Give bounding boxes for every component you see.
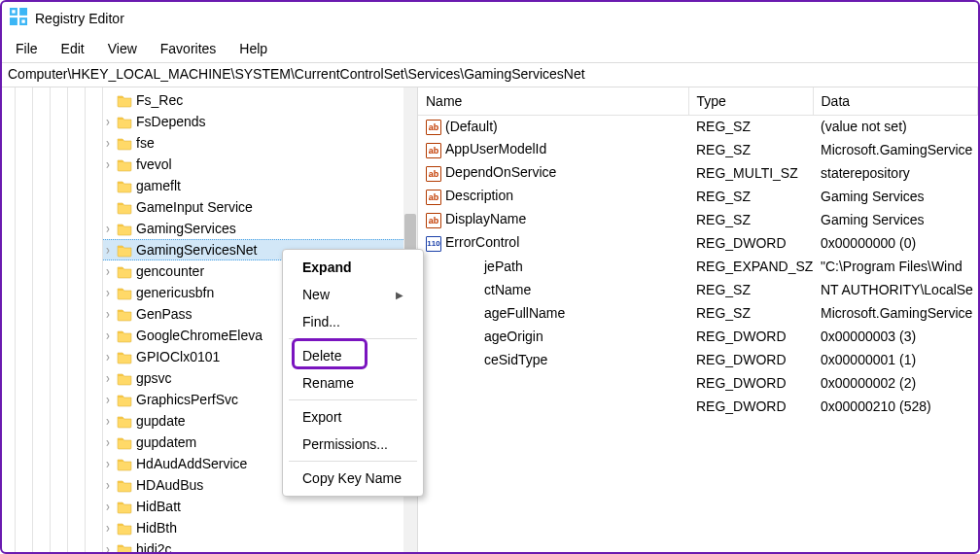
tree-label: GraphicsPerfSvc [136, 392, 238, 407]
tree-item[interactable]: Fs_Rec [103, 89, 417, 111]
menu-file[interactable]: File [6, 38, 48, 59]
folder-icon [117, 369, 132, 386]
expander-icon[interactable]: ❯ [104, 353, 112, 362]
tree-item[interactable]: ❯HidBatt [103, 496, 417, 517]
value-row[interactable]: abDependOnServiceREG_MULTI_SZstatereposi… [418, 161, 978, 185]
value-data: 0x00000002 (2) [813, 371, 978, 395]
folder-icon [117, 327, 132, 343]
value-type: REG_SZ [688, 208, 813, 231]
expander-icon[interactable]: ❯ [104, 246, 112, 255]
value-type: REG_SZ [688, 185, 813, 208]
expander-icon[interactable]: ❯ [104, 289, 112, 297]
reg-string-icon: ab [426, 143, 441, 158]
value-row[interactable]: ageFullNameREG_SZMicrosoft.GamingService [418, 301, 978, 325]
address-bar[interactable]: Computer\HKEY_LOCAL_MACHINE\SYSTEM\Curre… [2, 62, 978, 87]
expander-icon[interactable]: ❯ [104, 396, 112, 404]
menu-favorites[interactable]: Favorites [151, 38, 227, 59]
ctx-rename[interactable]: Rename [283, 369, 423, 397]
column-data[interactable]: Data [813, 87, 978, 115]
value-data: Gaming Services [813, 185, 978, 208]
menu-edit[interactable]: Edit [52, 38, 94, 59]
ctx-new-label: New [302, 287, 330, 302]
value-name [418, 371, 688, 395]
value-data: 0x00000001 (1) [813, 348, 978, 371]
column-name[interactable]: Name [418, 87, 688, 115]
tree-item[interactable]: ❯FsDepends [103, 111, 417, 132]
value-row[interactable]: jePathREG_EXPAND_SZ"C:\Program Files\Win… [418, 255, 978, 278]
value-name: abDescription [418, 185, 688, 208]
ctx-separator [289, 399, 417, 400]
tree-label: fse [136, 135, 155, 151]
expander-icon[interactable]: ❯ [104, 160, 112, 169]
expander-icon[interactable]: ❯ [104, 460, 112, 468]
tree-label: HidBatt [136, 499, 181, 514]
tree-label: FsDepends [136, 114, 206, 129]
expander-icon[interactable]: ❯ [104, 310, 112, 319]
value-row[interactable]: abDescriptionREG_SZGaming Services [418, 185, 978, 208]
value-row[interactable]: ab(Default)REG_SZ(value not set) [418, 115, 978, 138]
svg-rect-1 [19, 8, 27, 16]
menu-help[interactable]: Help [229, 38, 277, 59]
menu-view[interactable]: View [98, 38, 147, 59]
tree-label: GamingServices [136, 221, 236, 236]
expander-icon[interactable]: ❯ [104, 267, 112, 276]
ctx-separator [289, 338, 417, 339]
tree-item[interactable]: GameInput Service [103, 196, 417, 218]
value-name: abDependOnService [418, 161, 688, 185]
value-type: REG_SZ [688, 115, 813, 138]
expander-icon[interactable]: ❯ [104, 481, 112, 490]
folder-icon [117, 476, 132, 493]
folder-icon [117, 220, 132, 236]
value-row[interactable]: REG_DWORD0x00000210 (528) [418, 395, 978, 418]
tree-label: GamingServicesNet [136, 242, 258, 258]
ctx-permissions[interactable]: Permissions... [283, 431, 423, 458]
value-name: abDisplayName [418, 208, 688, 231]
tree-label: HidBth [136, 520, 177, 536]
expander-icon[interactable]: ❯ [104, 524, 112, 533]
tree-item[interactable]: ❯fse [103, 132, 417, 154]
registry-editor-icon [10, 8, 27, 29]
expander-icon[interactable]: ❯ [104, 374, 112, 383]
expander-icon[interactable]: ❯ [104, 225, 112, 233]
expander-icon[interactable]: ❯ [104, 417, 112, 426]
expander-icon[interactable]: ❯ [104, 118, 112, 126]
tree-item[interactable]: ❯hidi2c [103, 538, 417, 552]
svg-rect-5 [21, 19, 24, 22]
expander-icon[interactable]: ❯ [104, 502, 112, 511]
value-row[interactable]: ctNameREG_SZNT AUTHORITY\LocalSe [418, 278, 978, 301]
ctx-delete[interactable]: Delete [283, 342, 423, 369]
ctx-expand[interactable]: Expand [283, 254, 423, 281]
ctx-export[interactable]: Export [283, 403, 423, 431]
value-row[interactable]: 110ErrorControlREG_DWORD0x00000000 (0) [418, 231, 978, 255]
value-type: REG_MULTI_SZ [688, 161, 813, 185]
value-type: REG_DWORD [688, 325, 813, 348]
value-row[interactable]: ceSidTypeREG_DWORD0x00000001 (1) [418, 348, 978, 371]
expander-icon[interactable]: ❯ [104, 545, 112, 552]
value-data: Gaming Services [813, 208, 978, 231]
tree-item[interactable]: ❯fvevol [103, 154, 417, 175]
expander-icon[interactable]: ❯ [104, 331, 112, 340]
value-row[interactable]: REG_DWORD0x00000002 (2) [418, 371, 978, 395]
tree-item[interactable]: ❯GamingServices [103, 218, 417, 239]
ctx-copy-key-name[interactable]: Copy Key Name [283, 465, 423, 492]
tree-label: GoogleChromeEleva [136, 328, 262, 343]
column-type[interactable]: Type [688, 87, 813, 115]
tree-label: HDAudBus [136, 477, 203, 493]
tree-item[interactable]: gameflt [103, 175, 417, 196]
folder-icon [117, 91, 132, 108]
tree-item[interactable]: ❯HidBth [103, 517, 417, 538]
svg-rect-2 [10, 17, 18, 25]
value-row[interactable]: abDisplayNameREG_SZGaming Services [418, 208, 978, 231]
value-row[interactable]: ageOriginREG_DWORD0x00000003 (3) [418, 325, 978, 348]
ctx-find[interactable]: Find... [283, 308, 423, 335]
tree-label: GPIOClx0101 [136, 349, 220, 364]
tree-label: fvevol [136, 156, 172, 172]
value-name: ctName [418, 278, 688, 301]
ctx-new[interactable]: New ▶ [283, 281, 423, 308]
tree-label: GenPass [136, 306, 192, 322]
expander-icon[interactable]: ❯ [104, 438, 112, 447]
tree-label: gameflt [136, 178, 181, 193]
expander-icon[interactable]: ❯ [104, 139, 112, 148]
value-name: ageFullName [418, 301, 688, 325]
value-row[interactable]: abAppUserModelIdREG_SZMicrosoft.GamingSe… [418, 138, 978, 161]
